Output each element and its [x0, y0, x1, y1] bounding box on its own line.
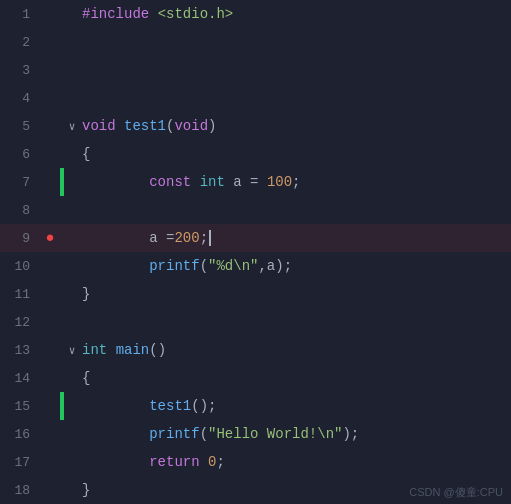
token-func-color: printf	[149, 258, 199, 274]
token-header-color: <stdio.h>	[158, 6, 234, 22]
line-number-9: 9	[0, 231, 40, 246]
token-plain-color: a =	[149, 230, 174, 246]
code-line-8: 8	[0, 196, 511, 224]
token-plain-color: (	[200, 426, 208, 442]
line-indicator-16	[60, 420, 64, 448]
line-number-13: 13	[0, 343, 40, 358]
code-content-line-6[interactable]: {	[80, 140, 511, 168]
line-number-7: 7	[0, 175, 40, 190]
token-plain-color: ;	[292, 174, 300, 190]
line-number-10: 10	[0, 259, 40, 274]
line-indicator-4	[60, 84, 64, 112]
fold-arrow-line-5[interactable]: ∨	[64, 120, 80, 133]
token-plain-color: }	[82, 482, 90, 498]
line-number-18: 18	[0, 483, 40, 498]
code-line-9: 9● a =200;	[0, 224, 511, 252]
line-indicator-18	[60, 476, 64, 504]
code-line-17: 17 return 0;	[0, 448, 511, 476]
code-line-15: 15 test1();	[0, 392, 511, 420]
token-plain-color: (	[200, 258, 208, 274]
token-number-color: 100	[267, 174, 292, 190]
code-content-line-10[interactable]: printf("%d\n",a);	[80, 252, 511, 280]
token-plain-color: ;	[200, 230, 208, 246]
line-number-17: 17	[0, 455, 40, 470]
token-func-color: main	[116, 342, 150, 358]
token-plain-color	[149, 6, 157, 22]
token-keyword-color: void	[174, 118, 208, 134]
line-indicator-8	[60, 196, 64, 224]
line-indicator-11	[60, 280, 64, 308]
line-indicator-9	[60, 224, 64, 252]
error-icon-line-9: ●	[40, 230, 60, 247]
code-line-11: 11}	[0, 280, 511, 308]
token-func-color: test1	[149, 398, 191, 414]
line-number-6: 6	[0, 147, 40, 162]
code-content-line-7[interactable]: const int a = 100;	[80, 168, 511, 196]
line-number-1: 1	[0, 7, 40, 22]
line-indicator-7	[60, 168, 64, 196]
fold-arrow-line-13[interactable]: ∨	[64, 344, 80, 357]
line-number-8: 8	[0, 203, 40, 218]
code-line-14: 14{	[0, 364, 511, 392]
code-line-7: 7 const int a = 100;	[0, 168, 511, 196]
line-number-5: 5	[0, 119, 40, 134]
token-string-color: "%d\n"	[208, 258, 258, 274]
token-plain-color: {	[82, 146, 90, 162]
token-plain-color	[116, 118, 124, 134]
code-content-line-16[interactable]: printf("Hello World!\n");	[80, 420, 511, 448]
token-include-color: #include	[82, 6, 149, 22]
token-plain-color: ();	[191, 398, 216, 414]
code-line-10: 10 printf("%d\n",a);	[0, 252, 511, 280]
code-content-line-17[interactable]: return 0;	[80, 448, 511, 476]
code-content-line-9[interactable]: a =200;	[80, 224, 511, 252]
token-keyword-color: const	[149, 174, 191, 190]
code-line-5: 5∨void test1(void)	[0, 112, 511, 140]
code-editor: 1#include <stdio.h>2345∨void test1(void)…	[0, 0, 511, 504]
code-content-line-1[interactable]: #include <stdio.h>	[80, 0, 511, 28]
watermark: CSDN @傻童:CPU	[409, 485, 503, 500]
line-number-4: 4	[0, 91, 40, 106]
token-plain-color: );	[342, 426, 359, 442]
line-indicator-14	[60, 364, 64, 392]
token-type-color: int	[82, 342, 107, 358]
code-line-12: 12	[0, 308, 511, 336]
code-content-line-5[interactable]: void test1(void)	[80, 112, 511, 140]
token-plain-color: ;	[216, 454, 224, 470]
line-indicator-12	[60, 308, 64, 336]
code-line-4: 4	[0, 84, 511, 112]
token-plain-color: a =	[225, 174, 267, 190]
token-type-color: int	[200, 174, 225, 190]
token-string-color: "Hello World!\n"	[208, 426, 342, 442]
token-plain-color: ,a);	[258, 258, 292, 274]
token-plain-color: ()	[149, 342, 166, 358]
token-plain-color: {	[82, 370, 90, 386]
code-line-6: 6{	[0, 140, 511, 168]
line-number-14: 14	[0, 371, 40, 386]
line-indicator-10	[60, 252, 64, 280]
code-area[interactable]: 1#include <stdio.h>2345∨void test1(void)…	[0, 0, 511, 504]
token-func-color: test1	[124, 118, 166, 134]
line-indicator-3	[60, 56, 64, 84]
line-number-11: 11	[0, 287, 40, 302]
text-cursor	[209, 230, 211, 246]
code-content-line-14[interactable]: {	[80, 364, 511, 392]
line-indicator-1	[60, 0, 64, 28]
token-plain-color	[191, 174, 199, 190]
code-content-line-13[interactable]: int main()	[80, 336, 511, 364]
code-line-2: 2	[0, 28, 511, 56]
code-content-line-11[interactable]: }	[80, 280, 511, 308]
line-number-3: 3	[0, 63, 40, 78]
token-number-color: 200	[174, 230, 199, 246]
code-line-3: 3	[0, 56, 511, 84]
code-content-line-15[interactable]: test1();	[80, 392, 511, 420]
token-plain-color: }	[82, 286, 90, 302]
line-indicator-17	[60, 448, 64, 476]
line-number-15: 15	[0, 399, 40, 414]
token-plain-color	[107, 342, 115, 358]
code-line-16: 16 printf("Hello World!\n");	[0, 420, 511, 448]
code-line-13: 13∨int main()	[0, 336, 511, 364]
line-number-2: 2	[0, 35, 40, 50]
token-func-color: printf	[149, 426, 199, 442]
token-keyword-color: return	[149, 454, 199, 470]
line-indicator-15	[60, 392, 64, 420]
